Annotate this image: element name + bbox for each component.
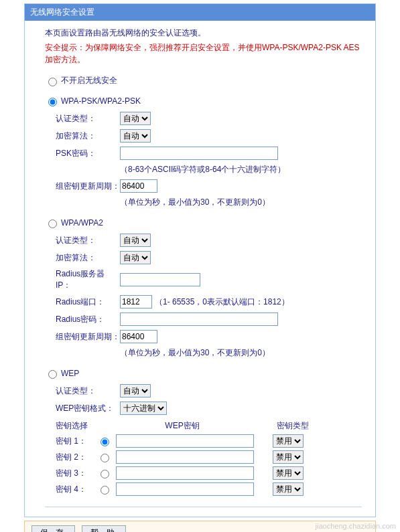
wep-radio[interactable] xyxy=(48,370,57,379)
wep-k2-radio[interactable] xyxy=(101,454,109,462)
section-nosec: 不开启无线安全 xyxy=(45,75,362,86)
wep-k1-radio[interactable] xyxy=(101,438,109,446)
wpapsk-cipher-select[interactable]: 自动 xyxy=(120,129,151,143)
section-wpa: WPA/WPA2 认证类型： 自动 加密算法： 自动 Radius服务器IP： … xyxy=(45,217,362,359)
wpa-radio[interactable] xyxy=(48,219,57,228)
security-panel: 无线网络安全设置 本页面设置路由器无线网络的安全认证选项。 安全提示：为保障网络… xyxy=(24,3,376,517)
wpapsk-psk-input[interactable] xyxy=(120,147,278,160)
wep-label: WEP xyxy=(61,369,79,378)
wep-col-type: 密钥类型 xyxy=(259,420,326,432)
section-wep: WEP 认证类型： 自动 WEP密钥格式： 十六进制 密钥选择 WEP密钥 密钥… xyxy=(45,368,362,496)
wep-auth-label: 认证类型： xyxy=(56,385,120,397)
wep-k2-input[interactable] xyxy=(116,450,254,464)
wpa-radiusip-input[interactable] xyxy=(120,273,200,286)
wep-k1-label: 密钥 1： xyxy=(56,436,97,447)
wpa-radiuspw-input[interactable] xyxy=(120,313,278,326)
wep-auth-select[interactable]: 自动 xyxy=(120,384,151,397)
wpa-rekey-input[interactable] xyxy=(120,330,157,343)
wpapsk-rekey-input[interactable] xyxy=(120,179,157,193)
save-button[interactable]: 保 存 xyxy=(31,525,75,532)
wep-k3-type[interactable]: 禁用 xyxy=(273,466,304,480)
security-hint: 安全提示：为保障网络安全，强烈推荐开启安全设置，并使用WPA-PSK/WPA2-… xyxy=(45,41,362,66)
watermark: jiaocheng.chazidian.com xyxy=(316,522,396,530)
wep-row-1: 密钥 1： 禁用 xyxy=(56,434,362,448)
wep-row-4: 密钥 4： 禁用 xyxy=(56,482,362,496)
wpapsk-radio[interactable] xyxy=(48,98,57,106)
wep-col-key: WEP密钥 xyxy=(105,420,259,432)
wep-k4-radio[interactable] xyxy=(101,486,109,495)
wpa-cipher-label: 加密算法： xyxy=(56,252,120,264)
wep-col-sel: 密钥选择 xyxy=(56,420,105,432)
section-wpapsk: WPA-PSK/WPA2-PSK 认证类型： 自动 加密算法： 自动 PSK密码… xyxy=(45,96,362,208)
wpapsk-label: WPA-PSK/WPA2-PSK xyxy=(61,96,141,106)
wpa-auth-label: 认证类型： xyxy=(56,235,120,246)
wpapsk-auth-select[interactable]: 自动 xyxy=(120,112,151,125)
wep-k2-type[interactable]: 禁用 xyxy=(273,450,304,464)
wep-k1-type[interactable]: 禁用 xyxy=(273,434,304,448)
wep-k4-label: 密钥 4： xyxy=(56,484,97,495)
wpa-rekey-hint: （单位为秒，最小值为30，不更新则为0） xyxy=(120,347,362,359)
wep-k2-label: 密钥 2： xyxy=(56,452,97,463)
nosec-label: 不开启无线安全 xyxy=(61,75,117,86)
wep-row-3: 密钥 3： 禁用 xyxy=(56,466,362,480)
wep-fmt-label: WEP密钥格式： xyxy=(56,403,120,414)
panel-title: 无线网络安全设置 xyxy=(25,4,375,21)
wep-k4-type[interactable]: 禁用 xyxy=(273,482,304,496)
wpapsk-auth-label: 认证类型： xyxy=(56,113,120,124)
panel-body: 本页面设置路由器无线网络的安全认证选项。 安全提示：为保障网络安全，强烈推荐开启… xyxy=(25,21,375,517)
wep-table-header: 密钥选择 WEP密钥 密钥类型 xyxy=(56,420,362,432)
wpa-rekey-label: 组密钥更新周期： xyxy=(56,331,120,343)
wpapsk-cipher-label: 加密算法： xyxy=(56,130,120,142)
wpa-cipher-select[interactable]: 自动 xyxy=(120,251,151,264)
wpa-radiusport-input[interactable] xyxy=(120,295,152,308)
wep-k1-input[interactable] xyxy=(116,434,254,448)
nosec-radio[interactable] xyxy=(48,78,57,86)
help-button[interactable]: 帮 助 xyxy=(82,525,125,532)
wep-k4-input[interactable] xyxy=(116,482,254,496)
divider xyxy=(45,507,362,507)
wpa-radiusport-hint: （1- 65535，0表示默认端口：1812） xyxy=(155,296,289,308)
wpapsk-psk-hint: （8-63个ASCII码字符或8-64个十六进制字符） xyxy=(120,164,362,175)
wep-k3-radio[interactable] xyxy=(101,470,109,478)
wpa-radiusip-label: Radius服务器IP： xyxy=(56,268,120,291)
wpapsk-rekey-label: 组密钥更新周期： xyxy=(56,181,120,192)
wpapsk-psk-label: PSK密码： xyxy=(56,148,120,159)
wep-k3-input[interactable] xyxy=(116,466,254,480)
wpa-auth-select[interactable]: 自动 xyxy=(120,234,151,247)
intro-text: 本页面设置路由器无线网络的安全认证选项。 xyxy=(45,27,362,39)
wpa-radiusport-label: Radius端口： xyxy=(56,296,120,308)
wpa-label: WPA/WPA2 xyxy=(61,218,103,228)
wpapsk-rekey-hint: （单位为秒，最小值为30，不更新则为0） xyxy=(120,197,362,208)
wpa-radiuspw-label: Radius密码： xyxy=(56,314,120,325)
wep-fmt-select[interactable]: 十六进制 xyxy=(120,402,167,415)
wep-row-2: 密钥 2： 禁用 xyxy=(56,450,362,464)
wep-k3-label: 密钥 3： xyxy=(56,468,97,479)
